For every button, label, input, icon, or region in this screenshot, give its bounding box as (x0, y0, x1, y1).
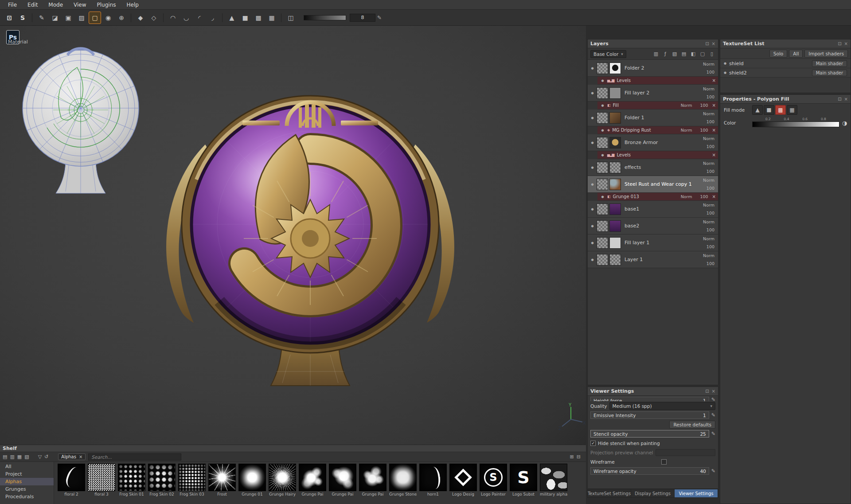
grayscale-gradient-bar[interactable] (752, 121, 839, 127)
shader-button[interactable]: Main shader (812, 60, 847, 67)
visibility-icon[interactable]: ● (589, 166, 595, 169)
color-gradient-slider[interactable]: 0.20.40.60.8 (752, 117, 839, 128)
shelf-item-thumbnail[interactable] (269, 464, 296, 491)
grid-view-toggle-icon[interactable]: ⊟ (577, 454, 581, 460)
shelf-category[interactable]: All (0, 463, 54, 470)
brush-preset-icon[interactable]: ◆ (135, 12, 146, 23)
viewer-settings-header[interactable]: Viewer Settings ⊡ × (588, 387, 718, 396)
visibility-icon[interactable]: ● (724, 71, 726, 74)
shelf-item-thumbnail[interactable] (118, 464, 145, 491)
layer-opacity[interactable]: 100 (707, 261, 714, 266)
emissive-intensity-slider[interactable]: Emissive Intensity 1 (590, 411, 709, 419)
shelf-item[interactable]: Grunge Stone (389, 464, 418, 504)
close-panel-icon[interactable]: × (712, 41, 715, 46)
add-mask-icon[interactable]: ▥ (652, 51, 660, 57)
shield-3d-model[interactable] (166, 92, 454, 389)
layer-row[interactable]: ● base2 Norm 100 (588, 218, 718, 234)
shelf-item[interactable]: Frog Skin 01 (118, 464, 146, 504)
layer-content-thumbnail[interactable] (609, 112, 621, 124)
triangle-fill-mode-icon[interactable]: ▲ (226, 12, 238, 23)
menu-item[interactable]: Plugins (92, 0, 121, 9)
edit-value-pencil-icon[interactable]: ✎ (377, 15, 382, 21)
menu-item[interactable]: File (3, 0, 22, 9)
shelf-item-thumbnail[interactable] (88, 464, 115, 491)
shelf-item[interactable]: floral 3 (88, 464, 116, 504)
shelf-item-thumbnail[interactable] (148, 464, 176, 491)
float-panel-icon[interactable]: ⊡ (838, 41, 841, 46)
layer-row[interactable]: ● ◈ MG Dripping Rust Norm 100 × (597, 126, 718, 134)
textureset-row[interactable]: ● shield2 Main shader (720, 68, 851, 78)
layer-blend-mode[interactable]: Norm (703, 253, 714, 258)
history-icon[interactable]: ↺ (44, 454, 48, 460)
shelf-item[interactable]: Grunge Hairy (269, 464, 297, 504)
layer-mask-thumbnail[interactable] (597, 237, 608, 249)
layer-opacity[interactable]: 100 (707, 119, 714, 124)
layer-row[interactable]: ● ◧ Grunge 013 Norm 100 × (597, 193, 718, 201)
layer-row[interactable]: ● Steel Rust and Wear copy 1 Norm 100 (588, 176, 718, 193)
remove-filter-icon[interactable]: × (79, 454, 82, 459)
remove-effect-icon[interactable]: × (712, 78, 716, 83)
visibility-icon[interactable]: ● (589, 141, 595, 145)
substance-painter-logo-icon[interactable]: S (17, 12, 28, 23)
shelf-header[interactable]: Shelf (0, 445, 586, 452)
add-folder-icon[interactable]: ▤ (680, 51, 687, 57)
falloff-flat-icon[interactable]: ◠ (167, 12, 179, 23)
shelf-item[interactable]: horn1 (419, 464, 448, 504)
uv-chunk-fill-mode-icon[interactable]: ▦ (266, 12, 277, 23)
toolbar-divider[interactable] (32, 13, 32, 22)
float-panel-icon[interactable]: ⊡ (705, 389, 709, 394)
layer-opacity[interactable]: 100 (694, 194, 708, 199)
shelf-item[interactable]: military alpha (540, 464, 568, 504)
shader-button[interactable]: Main shader (812, 70, 847, 76)
shelf-category[interactable]: Grunges (0, 485, 54, 493)
layer-blend-mode[interactable]: Norm (703, 111, 714, 116)
polygon-fill-tool[interactable]: ▢ (89, 12, 101, 23)
shelf-search-input[interactable] (88, 453, 181, 461)
dock-tab[interactable]: Viewer Settings (675, 489, 718, 497)
visibility-icon[interactable]: ● (600, 79, 605, 82)
shelf-item-thumbnail[interactable] (480, 464, 507, 491)
layer-row[interactable]: ● Layer 1 Norm 100 (588, 251, 718, 268)
float-panel-icon[interactable]: ⊡ (705, 41, 709, 46)
wireframe-mesh-view[interactable] (7, 43, 154, 196)
visibility-icon[interactable]: ● (589, 91, 595, 95)
remove-effect-icon[interactable]: × (712, 152, 716, 157)
visibility-icon[interactable]: ● (724, 62, 726, 65)
shelf-item[interactable]: Frog Skin 03 (178, 464, 207, 504)
layer-blend-mode[interactable]: Norm (703, 219, 714, 224)
falloff-out-icon[interactable]: ◞ (207, 12, 219, 23)
toolbar-divider[interactable] (222, 13, 223, 22)
stencil-tool[interactable]: ▨ (76, 12, 87, 23)
dock-tab[interactable]: Display Settings (631, 489, 675, 497)
edit-value-pencil-icon[interactable]: ✎ (711, 468, 715, 474)
layer-opacity[interactable]: 100 (707, 169, 714, 174)
fill-triangles-icon[interactable]: ▲ (752, 105, 763, 115)
layer-opacity[interactable]: 100 (707, 211, 714, 215)
fill-quads-icon[interactable]: ■ (764, 105, 774, 115)
layer-blend-mode[interactable]: Norm (703, 178, 714, 183)
gradient-curve-icon[interactable]: ◑ (842, 120, 847, 126)
height-force-slider[interactable]: Height force 1 (590, 397, 709, 401)
shelf-item-thumbnail[interactable] (540, 464, 567, 491)
eraser-tool[interactable]: ◪ (49, 12, 61, 23)
properties-panel-header[interactable]: Properties - Polygon Fill ⊡ × (720, 95, 851, 104)
delete-layer-icon[interactable]: ▯ (708, 51, 715, 57)
layer-content-thumbnail[interactable] (609, 203, 621, 215)
shelf-item[interactable]: Grunge 01 (238, 464, 267, 504)
shelf-item[interactable]: Logo Desig (449, 464, 478, 504)
shelf-view-detail-icon[interactable]: ▥ (10, 454, 14, 460)
mesh-fill-mode-icon[interactable]: ▩ (253, 12, 264, 23)
smudge-tool[interactable]: ◉ (102, 12, 114, 23)
close-panel-icon[interactable]: × (844, 97, 848, 102)
layer-mask-thumbnail[interactable] (597, 87, 608, 99)
visibility-icon[interactable]: ● (600, 195, 605, 199)
layer-row[interactable]: ● Bronze Armor Norm 100 (588, 134, 718, 151)
visibility-icon[interactable]: ● (589, 66, 595, 70)
shelf-item-thumbnail[interactable] (419, 464, 447, 491)
channel-filter-dropdown[interactable]: Base Color ▾ (590, 50, 626, 58)
all-button[interactable]: All (789, 50, 803, 58)
add-effect-icon[interactable]: ƒ (662, 51, 669, 57)
layer-blend-mode[interactable]: Norm (703, 136, 714, 141)
shelf-item-thumbnail[interactable] (208, 464, 236, 491)
layer-mask-thumbnail[interactable] (597, 162, 608, 173)
